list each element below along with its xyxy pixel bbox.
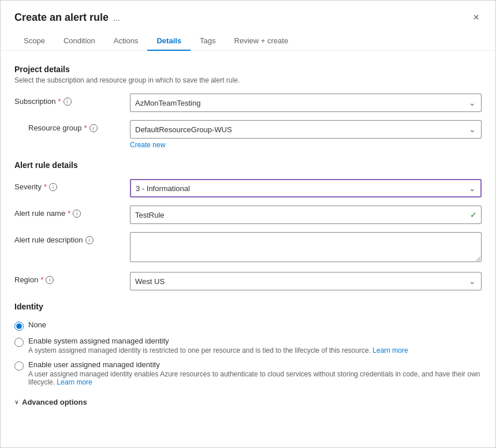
region-group: Region * i West US East US East US 2 Wes… bbox=[14, 272, 482, 290]
tab-details[interactable]: Details bbox=[147, 32, 191, 51]
region-required: * bbox=[40, 275, 43, 284]
subscription-info-icon[interactable]: i bbox=[64, 98, 72, 106]
advanced-options-chevron-icon: ∨ bbox=[14, 399, 18, 405]
project-details-desc: Select the subscription and resource gro… bbox=[14, 76, 482, 84]
severity-required: * bbox=[44, 182, 47, 191]
alert-rule-desc-group: Alert rule description i bbox=[14, 232, 482, 264]
advanced-options-label: Advanced options bbox=[22, 398, 87, 406]
main-content: Project details Select the subscription … bbox=[1, 51, 495, 420]
severity-control: 0 - Critical 1 - Error 2 - Warning 3 - I… bbox=[130, 179, 482, 197]
identity-user-item: Enable user assigned managed identity A … bbox=[14, 360, 482, 386]
region-control: West US East US East US 2 West Europe bbox=[130, 272, 482, 290]
resource-group-control: DefaultResourceGroup-WUS Create new bbox=[130, 120, 482, 149]
alert-rule-desc-info-icon[interactable]: i bbox=[85, 236, 94, 244]
severity-group: Severity * i 0 - Critical 1 - Error 2 - … bbox=[14, 179, 482, 197]
alert-rule-desc-label: Alert rule description i bbox=[14, 232, 130, 244]
resource-group-label: Resource group * i bbox=[28, 120, 130, 132]
tab-review-create[interactable]: Review + create bbox=[225, 32, 298, 51]
alert-rule-desc-control bbox=[130, 232, 482, 264]
subscription-select-wrapper: AzMonTeamTesting bbox=[130, 94, 482, 112]
dialog-title-extra: ... bbox=[113, 13, 120, 23]
region-select[interactable]: West US East US East US 2 West Europe bbox=[130, 272, 482, 290]
resource-group-required: * bbox=[84, 124, 87, 132]
alert-rule-details-title: Alert rule details bbox=[14, 160, 482, 170]
create-alert-rule-dialog: Create an alert rule ... × Scope Conditi… bbox=[0, 0, 496, 448]
alert-rule-name-required: * bbox=[68, 209, 70, 218]
tab-scope[interactable]: Scope bbox=[14, 32, 54, 51]
identity-system-label[interactable]: Enable system assigned managed identity bbox=[28, 337, 169, 345]
identity-system-radio[interactable] bbox=[14, 338, 24, 347]
identity-system-desc: A system assigned managed identity is re… bbox=[28, 346, 408, 354]
tab-tags[interactable]: Tags bbox=[191, 32, 225, 51]
identity-none-label[interactable]: None bbox=[28, 320, 46, 329]
subscription-group: Subscription * i AzMonTeamTesting bbox=[14, 94, 482, 112]
project-details-title: Project details bbox=[14, 65, 482, 74]
resource-group-info-icon[interactable]: i bbox=[89, 124, 98, 132]
dialog-header: Create an alert rule ... × bbox=[1, 1, 495, 25]
resource-group-group: Resource group * i DefaultResourceGroup-… bbox=[14, 120, 482, 149]
identity-user-radio[interactable] bbox=[14, 361, 24, 371]
region-select-wrapper: West US East US East US 2 West Europe bbox=[130, 272, 482, 290]
severity-select-wrapper: 0 - Critical 1 - Error 2 - Warning 3 - I… bbox=[130, 179, 482, 197]
dialog-title: Create an alert rule bbox=[14, 12, 109, 24]
alert-rule-name-info-icon[interactable]: i bbox=[73, 210, 81, 218]
identity-radio-group: None Enable system assigned managed iden… bbox=[14, 320, 482, 386]
alert-rule-details-section: Alert rule details bbox=[14, 160, 482, 170]
severity-info-icon[interactable]: i bbox=[49, 183, 57, 191]
identity-user-desc: A user assigned managed identity enables… bbox=[28, 370, 482, 386]
subscription-label: Subscription * i bbox=[14, 94, 130, 106]
identity-user-learn-more[interactable]: Learn more bbox=[57, 378, 92, 386]
alert-rule-name-check-icon: ✓ bbox=[470, 210, 477, 219]
tab-condition[interactable]: Condition bbox=[54, 32, 105, 51]
resource-group-select[interactable]: DefaultResourceGroup-WUS bbox=[130, 120, 482, 139]
alert-rule-name-input-wrapper: ✓ bbox=[130, 206, 482, 224]
subscription-control: AzMonTeamTesting bbox=[130, 94, 482, 112]
severity-label: Severity * i bbox=[14, 179, 130, 191]
alert-rule-name-input[interactable] bbox=[130, 206, 482, 224]
advanced-options-toggle[interactable]: ∨ Advanced options bbox=[14, 398, 482, 406]
identity-none-item: None bbox=[14, 320, 482, 331]
identity-title: Identity bbox=[14, 302, 482, 311]
alert-rule-name-control: ✓ bbox=[130, 206, 482, 224]
close-button[interactable]: × bbox=[471, 10, 482, 25]
severity-select[interactable]: 0 - Critical 1 - Error 2 - Warning 3 - I… bbox=[130, 179, 482, 197]
region-label: Region * i bbox=[14, 272, 130, 284]
resource-group-select-wrapper: DefaultResourceGroup-WUS bbox=[130, 120, 482, 139]
alert-rule-desc-textarea[interactable] bbox=[130, 232, 482, 262]
project-details-section: Project details Select the subscription … bbox=[14, 65, 482, 149]
alert-rule-name-group: Alert rule name * i ✓ bbox=[14, 206, 482, 224]
identity-system-item: Enable system assigned managed identity … bbox=[14, 337, 482, 354]
create-new-link[interactable]: Create new bbox=[130, 141, 165, 149]
identity-system-learn-more[interactable]: Learn more bbox=[372, 346, 408, 354]
alert-rule-name-label: Alert rule name * i bbox=[14, 206, 130, 218]
tab-actions[interactable]: Actions bbox=[105, 32, 148, 51]
identity-section: Identity bbox=[14, 302, 482, 311]
subscription-required: * bbox=[58, 97, 61, 106]
identity-user-label[interactable]: Enable user assigned managed identity bbox=[28, 360, 160, 369]
identity-none-radio[interactable] bbox=[14, 322, 24, 331]
region-info-icon[interactable]: i bbox=[46, 276, 54, 284]
subscription-select[interactable]: AzMonTeamTesting bbox=[130, 94, 482, 112]
wizard-tabs: Scope Condition Actions Details Tags Rev… bbox=[1, 25, 495, 51]
